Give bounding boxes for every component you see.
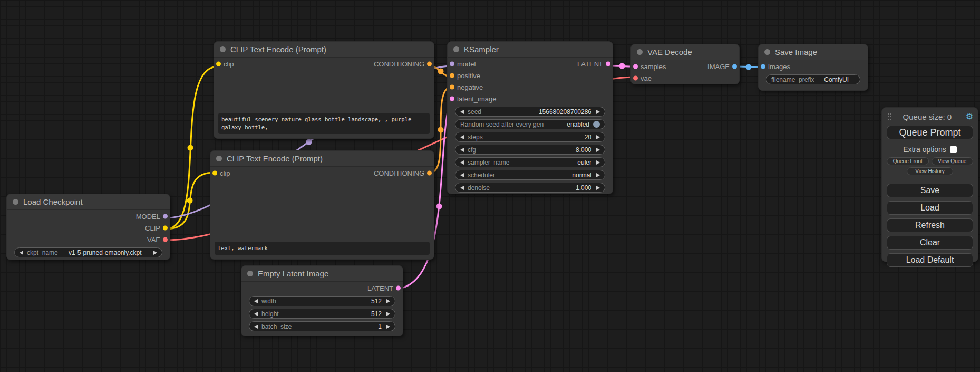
positive-prompt-textarea[interactable]: beautiful scenery nature glass bottle la… [218, 113, 430, 134]
image-output-slot[interactable] [732, 64, 737, 69]
conditioning-output-slot[interactable] [427, 62, 432, 66]
clear-button[interactable]: Clear [887, 236, 973, 250]
decrement-arrow-icon[interactable] [254, 325, 258, 329]
width-widget[interactable]: width 512 [249, 296, 395, 306]
node-clip-text-encode-negative[interactable]: CLIP Text Encode (Prompt) clip CONDITION… [210, 150, 434, 260]
node-status-icon [13, 199, 18, 205]
clip-input-slot[interactable] [216, 62, 221, 66]
model-input-slot[interactable] [450, 62, 454, 66]
increment-arrow-icon[interactable] [386, 325, 390, 329]
widget-value: 512 [371, 310, 382, 318]
slot-row: LATENT [241, 283, 403, 293]
node-title-bar[interactable]: CLIP Text Encode (Prompt) [210, 151, 434, 167]
node-title-bar[interactable]: KSampler [448, 42, 613, 58]
filename-prefix-widget[interactable]: filename_prefix ComfyUI [766, 74, 860, 84]
decrement-arrow-icon[interactable] [460, 110, 464, 114]
steps-widget[interactable]: steps 20 [455, 132, 605, 142]
node-vae-decode[interactable]: VAE Decode samples IMAGE vae [630, 44, 740, 84]
latent-output-slot[interactable] [606, 62, 610, 66]
node-empty-latent-image[interactable]: Empty Latent Image LATENT width 512 heig… [241, 265, 403, 336]
wire-midpoint-dot [188, 145, 193, 151]
view-history-button[interactable]: View History [907, 167, 953, 175]
vae-output-slot[interactable] [163, 237, 168, 242]
widget-value: ComfyUI [818, 76, 855, 83]
decrement-arrow-icon[interactable] [460, 148, 464, 152]
next-value-arrow-icon[interactable] [153, 251, 157, 255]
load-button[interactable]: Load [887, 201, 973, 215]
queue-prompt-button[interactable]: Queue Prompt [887, 126, 973, 139]
batch-size-widget[interactable]: batch_size 1 [249, 321, 395, 331]
queue-panel: Queue size: 0 ⚙ Queue Prompt Extra optio… [881, 107, 978, 262]
input-label: negative [457, 83, 483, 91]
positive-input-slot[interactable] [450, 73, 454, 78]
settings-gear-icon[interactable]: ⚙ [966, 112, 973, 121]
increment-arrow-icon[interactable] [386, 312, 390, 316]
extra-options-checkbox[interactable] [950, 146, 957, 153]
output-label: CLIP [145, 224, 160, 232]
scheduler-widget[interactable]: scheduler normal [455, 170, 605, 180]
comfyui-canvas[interactable]: { "colors": { "model": "#B39DDB", "clip"… [0, 0, 980, 372]
samples-input-slot[interactable] [633, 64, 638, 69]
widget-label: Random seed after every gen [460, 121, 544, 128]
view-queue-button[interactable]: View Queue [932, 157, 974, 165]
increment-arrow-icon[interactable] [596, 110, 600, 114]
node-status-icon [453, 46, 459, 52]
widget-label: ckpt_name [27, 249, 58, 256]
output-label: CONDITIONING [374, 60, 424, 68]
decrement-arrow-icon[interactable] [254, 312, 258, 316]
slot-row: vae [631, 73, 739, 83]
ckpt-name-widget[interactable]: ckpt_name v1-5-pruned-emaonly.ckpt [14, 247, 162, 257]
node-title-bar[interactable]: Save Image [759, 44, 868, 60]
node-title: Save Image [775, 47, 817, 56]
conditioning-output-slot[interactable] [427, 171, 432, 176]
denoise-widget[interactable]: denoise 1.000 [455, 183, 605, 193]
sampler-name-widget[interactable]: sampler_name euler [455, 157, 605, 167]
load-default-button[interactable]: Load Default [887, 253, 973, 267]
toggle-knob-icon[interactable] [593, 121, 600, 128]
clip-input-slot[interactable] [212, 171, 217, 176]
widget-label: seed [468, 108, 481, 116]
clip-output-slot[interactable] [163, 226, 168, 231]
cfg-widget[interactable]: cfg 8.000 [455, 145, 605, 155]
increment-arrow-icon[interactable] [386, 299, 390, 303]
latent-image-input-slot[interactable] [450, 97, 454, 101]
increment-arrow-icon[interactable] [596, 186, 600, 190]
negative-input-slot[interactable] [450, 85, 454, 90]
save-button[interactable]: Save [887, 184, 973, 197]
decrement-arrow-icon[interactable] [460, 135, 464, 139]
widget-label: cfg [468, 146, 476, 154]
node-clip-text-encode-positive[interactable]: CLIP Text Encode (Prompt) clip CONDITION… [214, 41, 434, 139]
node-title-bar[interactable]: CLIP Text Encode (Prompt) [214, 42, 434, 58]
input-label: latent_image [457, 95, 496, 103]
negative-prompt-textarea[interactable]: text, watermark [215, 242, 430, 255]
node-title-bar[interactable]: Empty Latent Image [241, 266, 403, 282]
input-label: images [768, 63, 790, 71]
decrement-arrow-icon[interactable] [254, 299, 258, 303]
prev-value-arrow-icon[interactable] [460, 173, 464, 177]
latent-output-slot[interactable] [396, 286, 401, 291]
height-widget[interactable]: height 512 [249, 309, 395, 319]
widget-value: normal [572, 171, 591, 179]
prev-value-arrow-icon[interactable] [20, 251, 23, 255]
node-save-image[interactable]: Save Image images filename_prefix ComfyU… [758, 44, 868, 91]
refresh-button[interactable]: Refresh [887, 218, 973, 232]
increment-arrow-icon[interactable] [596, 135, 600, 139]
queue-front-button[interactable]: Queue Front [887, 157, 929, 165]
increment-arrow-icon[interactable] [596, 148, 600, 152]
seed-widget[interactable]: seed 156680208700286 [455, 107, 605, 117]
next-value-arrow-icon[interactable] [596, 173, 600, 177]
vae-input-slot[interactable] [633, 76, 638, 81]
node-status-icon [247, 271, 253, 276]
node-title-bar[interactable]: Load Checkpoint [7, 194, 170, 210]
node-title-bar[interactable]: VAE Decode [631, 44, 739, 60]
widget-label: sampler_name [468, 159, 509, 166]
decrement-arrow-icon[interactable] [460, 186, 464, 190]
images-input-slot[interactable] [761, 64, 765, 69]
next-value-arrow-icon[interactable] [596, 160, 600, 165]
random-seed-toggle-widget[interactable]: Random seed after every gen enabled [455, 119, 605, 129]
model-output-slot[interactable] [163, 214, 168, 219]
node-load-checkpoint[interactable]: Load Checkpoint MODEL CLIP VAE ckpt_name… [6, 194, 170, 260]
node-ksampler[interactable]: KSampler model LATENT positive negative … [447, 41, 613, 194]
prev-value-arrow-icon[interactable] [460, 160, 464, 165]
node-title: CLIP Text Encode (Prompt) [230, 45, 326, 54]
